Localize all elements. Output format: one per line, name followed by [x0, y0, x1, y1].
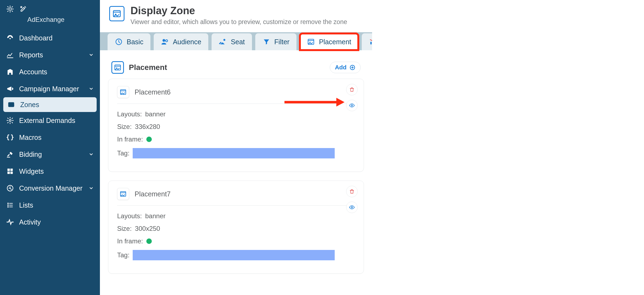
gavel-icon — [6, 150, 14, 158]
sidebar-item-macros[interactable]: Macros — [0, 129, 100, 146]
tab-label: Basic — [127, 38, 143, 46]
svg-rect-8 — [7, 172, 10, 174]
svg-rect-13 — [7, 205, 8, 206]
page-subtitle: Viewer and editor, which allows you to p… — [130, 18, 347, 26]
tab-audience[interactable]: Audience — [154, 33, 208, 50]
placement-icon — [307, 38, 315, 46]
placement-card: Placement7 Layouts: banner — [108, 181, 364, 274]
page-title: Display Zone — [130, 5, 347, 17]
sidebar-item-accounts[interactable]: Accounts — [0, 63, 100, 80]
sidebar-item-dashboard[interactable]: Dashboard — [0, 30, 100, 46]
section-title: Placement — [129, 63, 325, 72]
list-icon — [6, 201, 14, 209]
delete-button[interactable] — [346, 84, 358, 95]
audience-icon — [161, 38, 169, 46]
svg-text:PUB: PUB — [10, 104, 14, 106]
conversion-icon — [6, 184, 14, 192]
sidebar-item-bidding[interactable]: Bidding — [0, 146, 100, 163]
sidebar-item-label: Campaign Manager — [19, 85, 84, 93]
tag-label: Tag: — [117, 149, 129, 157]
sidebar-item-zones[interactable]: PUB Zones — [3, 97, 97, 112]
svg-rect-15 — [7, 206, 8, 207]
basic-icon — [115, 38, 123, 46]
sidebar-item-label: Activity — [19, 218, 94, 226]
main: Display Zone Viewer and editor, which al… — [100, 0, 372, 295]
tab-seat[interactable]: Seat — [212, 33, 252, 50]
sidebar-item-label: Conversion Manager — [19, 184, 84, 192]
tab-filter[interactable]: Filter — [255, 33, 297, 50]
tag-value-redacted — [133, 148, 335, 158]
size-label: Size: — [117, 123, 132, 131]
sidebar-item-label: Accounts — [19, 68, 94, 76]
sidebar-item-reports[interactable]: Reports — [0, 46, 100, 63]
svg-point-32 — [116, 67, 117, 68]
sidebar-item-label: Lists — [19, 201, 94, 209]
size-value: 300x250 — [135, 225, 160, 232]
tab-label: Placement — [319, 38, 351, 46]
gauge-icon — [6, 34, 14, 42]
svg-point-20 — [162, 39, 165, 42]
svg-point-1 — [21, 7, 22, 8]
sun-icon[interactable] — [6, 5, 14, 13]
tab-basic[interactable]: Basic — [108, 33, 150, 50]
svg-rect-7 — [10, 169, 13, 171]
placement-item-icon — [117, 188, 129, 200]
layouts-label: Layouts: — [117, 212, 142, 220]
add-label: Add — [335, 64, 347, 71]
card-title: Placement7 — [135, 190, 171, 198]
tab-label: Filter — [274, 38, 290, 46]
svg-point-35 — [351, 105, 353, 106]
inframe-label: In frame: — [117, 237, 143, 245]
view-button[interactable] — [346, 100, 358, 111]
view-button[interactable] — [346, 202, 358, 213]
inframe-label: In frame: — [117, 135, 143, 143]
tab-placement[interactable]: Placement — [300, 33, 358, 50]
sidebar-item-conversion-manager[interactable]: Conversion Manager — [0, 180, 100, 197]
brand-label: AdExchange — [0, 15, 100, 30]
tag-value-redacted — [133, 250, 335, 260]
placement-item-icon — [117, 86, 129, 98]
sidebar-item-campaign-manager[interactable]: Campaign Manager — [0, 80, 100, 97]
sidebar-item-lists[interactable]: Lists — [0, 197, 100, 214]
add-button[interactable]: Add — [330, 62, 361, 73]
sidebar-item-widgets[interactable]: Widgets — [0, 163, 100, 180]
sidebar-item-external-demands[interactable]: External Demands — [0, 112, 100, 129]
size-value: 336x280 — [135, 123, 160, 131]
sidebar-item-label: External Demands — [19, 117, 94, 125]
sidebar: AdExchange Dashboard Reports Accounts — [0, 0, 100, 295]
svg-rect-12 — [9, 203, 13, 203]
grid-icon — [6, 167, 14, 175]
tabbar: Basic Audience Seat Filter — [100, 32, 372, 50]
sidebar-item-label: Dashboard — [19, 34, 94, 42]
placement-card: Placement6 Layouts: banner — [108, 79, 364, 172]
svg-point-5 — [9, 120, 11, 122]
delete-button[interactable] — [346, 186, 358, 197]
status-dot — [146, 238, 152, 244]
pub-icon: PUB — [7, 101, 15, 109]
layouts-label: Layouts: — [117, 110, 142, 118]
svg-rect-9 — [10, 172, 13, 174]
tools-icon[interactable] — [19, 5, 27, 13]
layouts-value: banner — [145, 212, 166, 220]
size-label: Size: — [117, 225, 132, 232]
content: Placement Add Placement6 — [100, 50, 372, 295]
building-icon — [6, 68, 14, 76]
sidebar-item-label: Macros — [19, 134, 94, 141]
chart-icon — [6, 51, 14, 59]
svg-rect-14 — [9, 205, 13, 205]
filter-icon — [262, 38, 271, 46]
layouts-value: banner — [145, 110, 166, 118]
svg-point-22 — [224, 39, 225, 41]
sidebar-item-activity[interactable]: Activity — [0, 214, 100, 231]
activity-icon — [6, 218, 14, 226]
card-head: Placement6 — [117, 86, 355, 104]
chevron-down-icon — [88, 185, 94, 191]
tab-label: Audience — [173, 38, 201, 46]
svg-point-2 — [10, 38, 11, 39]
tag-label: Tag: — [117, 251, 129, 259]
svg-rect-11 — [7, 203, 8, 204]
sidebar-top — [0, 0, 100, 15]
section-head: Placement Add — [108, 58, 364, 79]
page-header: Display Zone Viewer and editor, which al… — [100, 0, 372, 32]
chevron-down-icon — [88, 152, 94, 157]
